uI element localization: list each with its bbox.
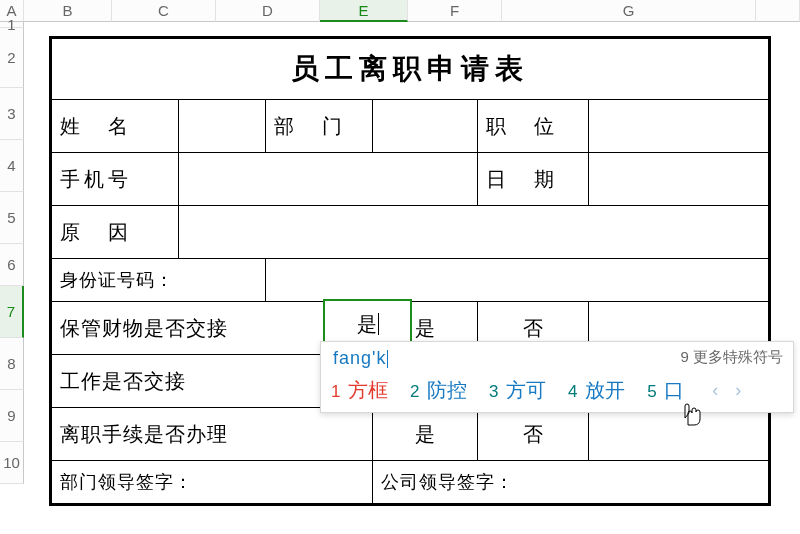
column-header-F[interactable]: F <box>408 0 502 22</box>
ime-candidate-num: 4 <box>568 382 577 401</box>
ime-candidate-text: 方可 <box>501 379 547 401</box>
ime-caret <box>387 350 388 368</box>
column-header-D[interactable]: D <box>216 0 320 22</box>
active-cell-text: 是 <box>357 311 377 338</box>
ime-candidate-text: 口 <box>659 379 685 401</box>
ime-candidate-num: 5 <box>647 382 656 401</box>
label-sig-dept: 部门领导签字： <box>52 461 373 504</box>
ime-candidate-num: 2 <box>410 382 419 401</box>
row-header-5[interactable]: 5 <box>0 192 24 244</box>
q3-yes[interactable]: 是 <box>373 408 478 461</box>
ime-pager[interactable]: ‹ › <box>712 380 747 401</box>
row-header-2[interactable]: 2 <box>0 28 24 88</box>
ime-input-text: fang'k <box>333 348 386 368</box>
row-headers: 12345678910 <box>0 22 24 484</box>
column-headers: ABCDEFG <box>0 0 800 22</box>
form-title: 员工离职申请表 <box>52 39 769 100</box>
ime-candidate-num: 3 <box>489 382 498 401</box>
cell-position-value[interactable] <box>589 100 769 153</box>
ime-popup: fang'k 9 更多特殊符号 1 方框2 防控3 方可4 放开5 口‹ › <box>320 341 794 413</box>
resignation-form: 员工离职申请表 姓 名 部 门 职 位 手机号 日 期 原 因 身份证号码： <box>49 36 771 506</box>
label-q3: 离职手续是否办理 <box>52 408 373 461</box>
cell-phone-value[interactable] <box>179 153 478 206</box>
row-header-3[interactable]: 3 <box>0 88 24 140</box>
row-header-10[interactable]: 10 <box>0 442 24 484</box>
column-header-B[interactable]: B <box>24 0 112 22</box>
label-name: 姓 名 <box>52 100 179 153</box>
cursor-pointer-icon <box>682 403 702 427</box>
cell-idnum-value[interactable] <box>266 259 769 302</box>
cell-name-value[interactable] <box>179 100 266 153</box>
label-idnum: 身份证号码： <box>52 259 266 302</box>
ime-candidate-5[interactable]: 5 口 <box>647 377 684 404</box>
row-header-8[interactable]: 8 <box>0 338 24 390</box>
spreadsheet-viewport: ABCDEFG 12345678910 员工离职申请表 姓 名 部 门 职 位 … <box>0 0 800 534</box>
cell-date-value[interactable] <box>589 153 769 206</box>
ime-candidates: 1 方框2 防控3 方可4 放开5 口‹ › <box>331 377 783 404</box>
row-header-7[interactable]: 7 <box>0 286 24 338</box>
q3-extra[interactable] <box>589 408 769 461</box>
column-header-C[interactable]: C <box>112 0 216 22</box>
ime-candidate-text: 放开 <box>580 379 626 401</box>
ime-candidate-num: 1 <box>331 382 340 401</box>
ime-candidate-3[interactable]: 3 方可 <box>489 377 546 404</box>
row-header-6[interactable]: 6 <box>0 244 24 286</box>
ime-more-symbols[interactable]: 9 更多特殊符号 <box>680 348 783 367</box>
row-header-9[interactable]: 9 <box>0 390 24 442</box>
text-caret <box>378 313 379 335</box>
label-dept: 部 门 <box>266 100 373 153</box>
label-date: 日 期 <box>478 153 589 206</box>
ime-candidate-text: 方框 <box>342 379 388 401</box>
column-header-blank[interactable] <box>756 0 800 22</box>
cell-dept-value[interactable] <box>373 100 478 153</box>
label-position: 职 位 <box>478 100 589 153</box>
column-header-E[interactable]: E <box>320 0 408 22</box>
label-sig-company: 公司领导签字： <box>373 461 769 504</box>
ime-candidate-2[interactable]: 2 防控 <box>410 377 467 404</box>
label-reason: 原 因 <box>52 206 179 259</box>
ime-candidate-text: 防控 <box>422 379 468 401</box>
cell-reason-value[interactable] <box>179 206 769 259</box>
column-header-G[interactable]: G <box>502 0 756 22</box>
row-header-4[interactable]: 4 <box>0 140 24 192</box>
label-phone: 手机号 <box>52 153 179 206</box>
ime-candidate-4[interactable]: 4 放开 <box>568 377 625 404</box>
q3-no[interactable]: 否 <box>478 408 589 461</box>
ime-candidate-1[interactable]: 1 方框 <box>331 377 388 404</box>
